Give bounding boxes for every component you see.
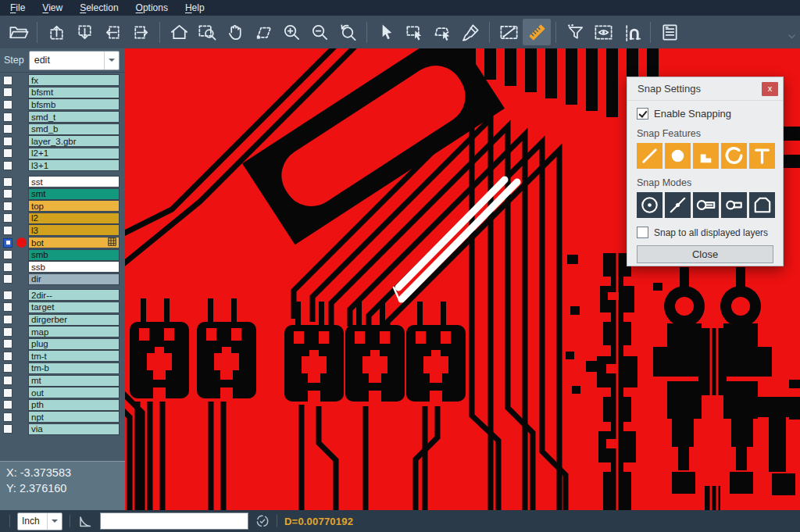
layer-row-smd_b[interactable]: smd_b [0, 123, 125, 135]
menu-file[interactable]: File [2, 0, 34, 16]
shift-up-button[interactable] [42, 19, 70, 45]
layer-visibility-checkbox[interactable] [3, 424, 12, 434]
layer-row-sst[interactable]: sst [0, 176, 125, 188]
layer-row-tm-b[interactable]: tm-b [0, 362, 125, 375]
layer-visibility-checkbox[interactable] [3, 315, 12, 324]
step-select[interactable]: edit [29, 51, 120, 70]
toolbar-overflow-icon[interactable] [788, 29, 796, 43]
unit-select[interactable]: Inch [17, 512, 62, 530]
layer-visibility-checkbox[interactable] [3, 137, 12, 146]
select-button[interactable] [372, 19, 400, 45]
shift-right-button[interactable] [127, 19, 155, 45]
layer-row-smb[interactable]: smb [0, 248, 125, 261]
dialog-close-button[interactable]: x [762, 82, 778, 96]
menu-options[interactable]: Options [127, 0, 177, 16]
layer-visibility-checkbox[interactable] [3, 76, 12, 85]
open-button[interactable] [4, 19, 32, 45]
measure-button[interactable] [495, 19, 523, 45]
layer-visibility-checkbox[interactable] [3, 213, 12, 223]
pan-button[interactable] [221, 19, 249, 45]
layer-row-smt[interactable]: smt [0, 187, 125, 200]
layer-visibility-checkbox[interactable] [3, 87, 12, 97]
zoom-previous-button[interactable] [334, 19, 362, 45]
angle-corner-icon[interactable] [77, 513, 93, 529]
layer-row-bfsmt[interactable]: bfsmt [0, 87, 125, 99]
snap-feature-arc-button[interactable] [721, 143, 747, 169]
layer-row-top[interactable]: top [0, 200, 125, 212]
layer-visibility-checkbox[interactable] [3, 400, 12, 409]
snap-feature-line-button[interactable] [637, 143, 662, 169]
select-rect-button[interactable] [400, 19, 428, 45]
layer-row-pth[interactable]: pth [0, 398, 125, 411]
menu-selection[interactable]: Selection [71, 0, 127, 16]
layer-row-npt[interactable]: npt [0, 411, 125, 423]
layer-row-dir[interactable]: dir [0, 273, 125, 286]
layer-visibility-checkbox[interactable] [3, 291, 12, 300]
layer-row-l3[interactable]: l3 [0, 224, 125, 237]
layer-visibility-checkbox[interactable] [3, 412, 12, 422]
layer-visibility-checkbox[interactable] [3, 202, 12, 211]
layer-row-mt[interactable]: mt [0, 374, 125, 387]
apply-check-icon[interactable] [255, 514, 270, 528]
layer-row-2dir--[interactable]: 2dir-- [0, 289, 125, 302]
matrix-grid-icon[interactable] [108, 237, 116, 246]
select-poly-button[interactable] [428, 19, 456, 45]
layer-visibility-checkbox[interactable] [3, 148, 12, 158]
layer-visibility-checkbox[interactable] [3, 302, 12, 312]
report-button[interactable] [655, 19, 684, 45]
layer-row-via[interactable]: via [0, 423, 125, 436]
enable-snapping-checkbox[interactable]: Enable Snapping [637, 108, 773, 120]
snap-feature-text-button[interactable] [749, 143, 775, 169]
layer-row-ssb[interactable]: ssb [0, 261, 125, 273]
snap-mode-center-button[interactable] [637, 192, 662, 218]
zoom-in-button[interactable] [277, 19, 305, 45]
layer-row-target[interactable]: target [0, 302, 125, 314]
layer-visibility-checkbox[interactable] [3, 100, 12, 109]
snap-mode-pad-entry-open-button[interactable] [721, 192, 747, 218]
filter-button[interactable] [561, 19, 589, 45]
close-button[interactable]: Close [637, 245, 773, 263]
snap-mode-contour-button[interactable] [749, 192, 775, 218]
layer-row-tm-t[interactable]: tm-t [0, 350, 125, 362]
layer-visibility-checkbox[interactable] [3, 124, 12, 134]
visibility-button[interactable] [589, 19, 617, 45]
layer-row-l2[interactable]: l2 [0, 212, 125, 225]
layer-visibility-checkbox[interactable] [3, 177, 12, 187]
layer-visibility-checkbox[interactable] [3, 161, 12, 170]
select-brush-button[interactable] [456, 19, 484, 45]
layer-visibility-checkbox[interactable] [3, 262, 12, 272]
layer-row-l2+1[interactable]: l2+1 [0, 148, 125, 160]
layer-visibility-checkbox[interactable] [3, 274, 12, 284]
layer-visibility-checkbox[interactable] [3, 388, 12, 398]
layer-row-bot[interactable]: bot [0, 237, 125, 249]
layer-visibility-checkbox[interactable] [3, 327, 12, 337]
layer-row-dirgerber[interactable]: dirgerber [0, 313, 125, 326]
layer-row-smd_t[interactable]: smd_t [0, 111, 125, 123]
layer-visibility-checkbox[interactable] [3, 112, 12, 122]
shift-left-button[interactable] [98, 19, 127, 45]
layer-row-layer_3.gbr[interactable]: layer_3.gbr [0, 135, 125, 148]
snap-feature-pad-button[interactable] [665, 143, 691, 169]
ruler-button[interactable] [523, 19, 551, 45]
snap-feature-surface-button[interactable] [693, 143, 719, 169]
layer-row-out[interactable]: out [0, 387, 125, 399]
layer-row-bfsmb[interactable]: bfsmb [0, 98, 125, 111]
layer-row-l3+1[interactable]: l3+1 [0, 159, 125, 172]
layer-visibility-checkbox[interactable] [3, 376, 12, 385]
layer-visibility-checkbox[interactable] [3, 250, 12, 259]
layer-visibility-checkbox[interactable] [3, 189, 12, 198]
snap-button[interactable] [617, 19, 645, 45]
zoom-out-button[interactable] [305, 19, 334, 45]
dialog-title-bar[interactable]: Snap Settings x [627, 77, 783, 101]
shift-down-button[interactable] [70, 19, 98, 45]
layer-visibility-checkbox[interactable] [3, 339, 12, 348]
snap-mode-midpoint-button[interactable] [665, 192, 691, 218]
menu-help[interactable]: Help [177, 0, 213, 16]
zoom-window-button[interactable] [193, 19, 221, 45]
layer-row-fx[interactable]: fx [0, 74, 125, 87]
layer-row-map[interactable]: map [0, 326, 125, 338]
layer-visibility-checkbox[interactable] [3, 363, 12, 373]
home-button[interactable] [165, 19, 193, 45]
layer-visibility-checkbox[interactable] [3, 352, 12, 361]
layer-visibility-checkbox[interactable] [3, 226, 12, 235]
